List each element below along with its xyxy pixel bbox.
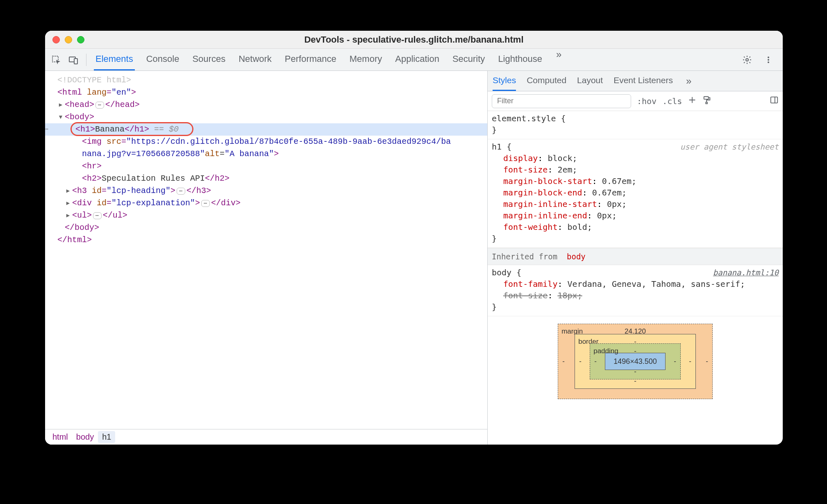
box-model-padding[interactable]: padding - - - - 1496×43.500	[590, 343, 681, 379]
dom-div[interactable]: ▶ <div id="lcp-explanation">⋯</div>	[45, 197, 487, 209]
svg-point-5	[768, 59, 769, 61]
dom-img-line2[interactable]: nana.jpg?v=1705668720588" alt="A banana"…	[45, 148, 487, 160]
rule-origin-label: user agent stylesheet	[680, 141, 779, 152]
crumb-h1[interactable]: h1	[98, 431, 115, 443]
crumb-body[interactable]: body	[72, 431, 98, 443]
main-tabstrip: Elements Console Sources Network Perform…	[45, 49, 783, 71]
cls-toggle[interactable]: .cls	[662, 96, 682, 106]
dom-body-close[interactable]: </body>	[45, 222, 487, 234]
devtools-window: DevTools - speculative-rules.glitch.me/b…	[45, 31, 783, 445]
dom-h3[interactable]: ▶ <h3 id="lcp-heading">⋯</h3>	[45, 185, 487, 197]
tab-console[interactable]: Console	[145, 49, 181, 70]
dom-img-line1[interactable]: <img src="https://cdn.glitch.global/87b4…	[45, 136, 487, 148]
window-minimize-button[interactable]	[65, 36, 72, 43]
dom-hr[interactable]: <hr>	[45, 160, 487, 173]
traffic-lights	[45, 36, 84, 43]
tab-elements[interactable]: Elements	[94, 49, 135, 70]
inspect-icon[interactable]	[49, 53, 63, 67]
svg-point-6	[768, 61, 769, 63]
styles-tabs: Styles Computed Layout Event Listeners »	[488, 71, 783, 91]
device-toolbar-icon[interactable]	[66, 53, 80, 67]
box-model-margin[interactable]: margin 24.120 - - border - - - -	[558, 324, 713, 399]
dom-head[interactable]: ▶ <head>⋯</head>	[45, 99, 487, 111]
rule-h1[interactable]: user agent stylesheet h1 { display: bloc…	[488, 139, 783, 248]
styles-filter-input[interactable]	[492, 94, 631, 108]
svg-rect-2	[74, 59, 77, 64]
main-tabs: Elements Console Sources Network Perform…	[90, 49, 564, 70]
styles-body: element.style { } user agent stylesheet …	[488, 111, 783, 445]
tab-network[interactable]: Network	[237, 49, 273, 70]
styles-tab-layout[interactable]: Layout	[577, 71, 603, 91]
box-model[interactable]: margin 24.120 - - border - - - -	[488, 316, 783, 399]
toggle-sidebar-icon[interactable]	[770, 95, 779, 107]
breadcrumbs: html body h1	[45, 429, 487, 445]
titlebar: DevTools - speculative-rules.glitch.me/b…	[45, 31, 783, 49]
svg-rect-9	[771, 97, 778, 103]
styles-tab-styles[interactable]: Styles	[493, 71, 516, 91]
dom-doctype[interactable]: <!DOCTYPE html>	[45, 74, 487, 86]
paint-tool-icon[interactable]	[702, 95, 711, 107]
styles-toolbar: :hov .cls	[488, 91, 783, 111]
dom-tree[interactable]: <!DOCTYPE html> <html lang="en"> ▶ <head…	[45, 71, 487, 429]
dom-body-open[interactable]: ▼ <body>	[45, 111, 487, 123]
hov-toggle[interactable]: :hov	[637, 96, 657, 106]
dom-html-open[interactable]: <html lang="en">	[45, 86, 487, 99]
elements-pane: <!DOCTYPE html> <html lang="en"> ▶ <head…	[45, 71, 488, 445]
dom-h1-selected[interactable]: ⋯ <h1>Banana</h1> == $0	[45, 123, 487, 136]
more-menu-icon[interactable]	[761, 53, 775, 67]
rule-element-style[interactable]: element.style { }	[488, 111, 783, 139]
svg-rect-8	[706, 102, 708, 104]
crumb-html[interactable]: html	[48, 431, 72, 443]
box-model-border[interactable]: border - - - - padding - - -	[575, 334, 696, 389]
tab-security[interactable]: Security	[451, 49, 486, 70]
styles-tab-eventlisteners[interactable]: Event Listeners	[613, 71, 673, 91]
svg-rect-7	[704, 97, 709, 99]
devtools-body: <!DOCTYPE html> <html lang="en"> ▶ <head…	[45, 71, 783, 445]
settings-gear-icon[interactable]	[740, 53, 754, 67]
tab-application[interactable]: Application	[393, 49, 441, 70]
svg-point-4	[768, 57, 769, 58]
styles-tab-computed[interactable]: Computed	[527, 71, 566, 91]
tab-performance[interactable]: Performance	[283, 49, 338, 70]
dom-ul[interactable]: ▶ <ul>⋯</ul>	[45, 209, 487, 222]
window-close-button[interactable]	[52, 36, 60, 43]
tab-lighthouse[interactable]: Lighthouse	[496, 49, 544, 70]
styles-tabs-overflow-icon[interactable]: »	[684, 75, 694, 87]
window-title: DevTools - speculative-rules.glitch.me/b…	[45, 34, 783, 45]
rule-body[interactable]: banana.html:10 body { font-family: Verda…	[488, 265, 783, 316]
new-style-rule-icon[interactable]	[688, 95, 697, 107]
dom-html-close[interactable]: </html>	[45, 234, 487, 246]
rule-source-link[interactable]: banana.html:10	[713, 267, 779, 278]
tab-memory[interactable]: Memory	[348, 49, 384, 70]
gutter-ellipsis-icon[interactable]: ⋯	[45, 123, 48, 136]
window-zoom-button[interactable]	[77, 36, 84, 43]
tab-sources[interactable]: Sources	[191, 49, 227, 70]
inherited-from-bar: Inherited from body	[488, 248, 783, 265]
dom-h2[interactable]: <h2>Speculation Rules API</h2>	[45, 173, 487, 185]
tabs-overflow-icon[interactable]: »	[554, 49, 564, 70]
svg-point-3	[746, 59, 748, 61]
styles-pane: Styles Computed Layout Event Listeners »…	[488, 71, 783, 445]
